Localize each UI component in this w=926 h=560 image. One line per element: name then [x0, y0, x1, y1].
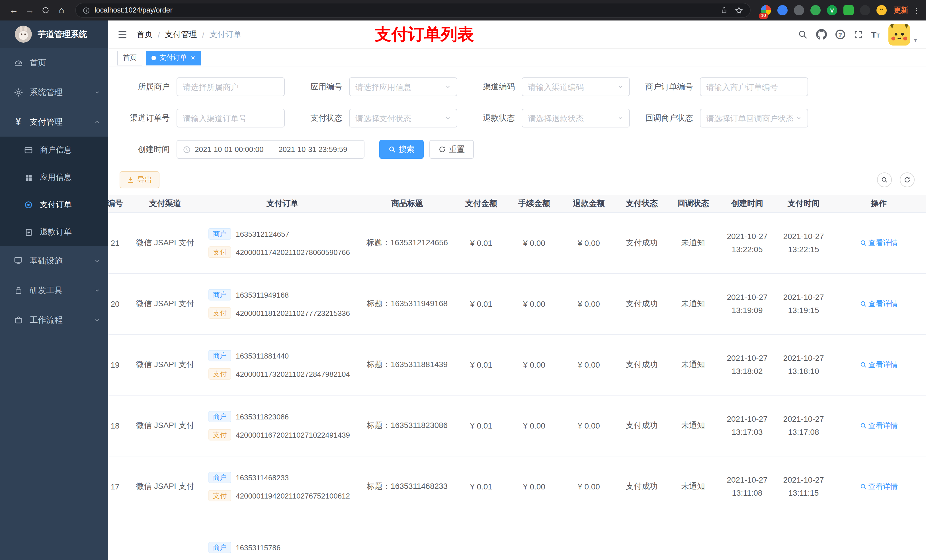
cell-notify-status: 未通知: [667, 238, 719, 248]
date-start[interactable]: 2021-10-01 00:00:00: [195, 145, 263, 154]
sidebar-item-infrastructure[interactable]: 基础设施: [0, 246, 108, 275]
channel-code-input[interactable]: [528, 82, 615, 91]
cell-id: 20: [108, 299, 131, 308]
export-button[interactable]: 导出: [120, 171, 159, 189]
channel-code-select[interactable]: [522, 77, 630, 96]
view-detail-link[interactable]: 查看详情: [859, 360, 898, 370]
sidebar-item-merchant-info[interactable]: 商户信息: [0, 137, 108, 164]
refresh-button[interactable]: [900, 172, 915, 187]
merchant-order-no-field[interactable]: [700, 77, 808, 96]
browser-menu-icon[interactable]: ⋮: [913, 6, 920, 15]
browser-back-icon[interactable]: ←: [6, 2, 22, 18]
url-text[interactable]: localhost:1024/pay/order: [95, 6, 172, 14]
sidebar-item-pay-order[interactable]: 支付订单: [0, 191, 108, 219]
callback-status-select[interactable]: [700, 109, 808, 127]
cell-status: 支付成功: [616, 482, 667, 492]
cell-create-time: 2021-10-2713:22:05: [719, 230, 776, 256]
site-info-icon[interactable]: [83, 6, 90, 14]
bookmark-star-icon[interactable]: [735, 6, 743, 15]
browser-forward-icon[interactable]: →: [22, 2, 38, 18]
merchant-tag: 商户: [209, 542, 231, 553]
browser-update-button[interactable]: 更新 ⋮: [894, 5, 920, 15]
cell-pay-time: 2021-10-2713:18:10: [776, 352, 831, 378]
table-row: 21 微信 JSAPI 支付 商户1635312124657 支付4200001…: [108, 213, 926, 274]
sidebar-item-label: 退款订单: [40, 227, 72, 237]
help-icon[interactable]: ?: [835, 30, 845, 39]
pay-tag: 支付: [209, 429, 231, 441]
cell-fee: ¥ 0.00: [507, 482, 561, 491]
cell-channel: 微信 JSAPI 支付: [131, 482, 199, 492]
chevron-down-icon: [94, 317, 100, 323]
sidebar-logo[interactable]: 芋道管理系统: [0, 21, 108, 48]
font-size-icon[interactable]: TT: [871, 30, 880, 39]
refund-status-input[interactable]: [528, 113, 615, 123]
sidebar-item-system[interactable]: 系统管理: [0, 77, 108, 107]
search-button[interactable]: 搜索: [379, 140, 424, 159]
close-icon[interactable]: ×: [191, 54, 195, 62]
sidebar-item-label: 应用信息: [40, 172, 72, 183]
browser-home-icon[interactable]: ⌂: [53, 2, 70, 18]
merchant-input[interactable]: [183, 82, 278, 91]
field-label: 渠道编码: [465, 82, 522, 92]
cell-create-time: 2021-10-2713:17:03: [719, 413, 776, 439]
extension-icon[interactable]: V: [827, 5, 837, 15]
extension-icon[interactable]: [794, 5, 804, 15]
extension-icon[interactable]: 10: [761, 5, 771, 15]
view-detail-link[interactable]: 查看详情: [859, 238, 898, 248]
breadcrumb-payment[interactable]: 支付管理: [165, 29, 197, 39]
browser-reload-icon[interactable]: [38, 2, 53, 18]
channel-order-no-input[interactable]: [183, 113, 278, 123]
chevron-down-icon[interactable]: ▾: [914, 37, 917, 43]
pay-status-select[interactable]: [349, 109, 457, 127]
sidebar-item-payment[interactable]: ¥ 支付管理: [0, 107, 108, 137]
cell-fee: ¥ 0.00: [507, 421, 561, 430]
view-detail-link[interactable]: 查看详情: [859, 482, 898, 492]
sidebar-item-dev-tools[interactable]: 研发工具: [0, 275, 108, 305]
extension-icon[interactable]: [843, 5, 854, 15]
share-icon[interactable]: [720, 6, 728, 14]
github-icon[interactable]: [816, 29, 827, 40]
tab-home[interactable]: 首页: [117, 50, 142, 65]
date-end[interactable]: 2021-10-31 23:59:59: [278, 145, 347, 154]
search-icon[interactable]: [797, 30, 807, 39]
toggle-search-button[interactable]: [877, 172, 892, 187]
tab-pay-order[interactable]: 支付订单 ×: [146, 50, 201, 65]
sidebar-item-refund-order[interactable]: 退款订单: [0, 219, 108, 246]
extension-icon[interactable]: [876, 5, 887, 15]
merchant-order-no-input[interactable]: [706, 82, 802, 91]
cell-amount: ¥ 0.01: [455, 238, 507, 248]
card-icon: [23, 146, 34, 155]
app-id-input[interactable]: [356, 82, 442, 91]
sidebar-item-workflow[interactable]: 工作流程: [0, 305, 108, 335]
table-row: 20 微信 JSAPI 支付 商户1635311949168 支付4200001…: [108, 274, 926, 335]
pay-status-input[interactable]: [356, 113, 442, 123]
sidebar-item-label: 研发工具: [30, 285, 63, 296]
cell-pay-order: 商户16353115786: [199, 542, 359, 553]
hamburger-icon[interactable]: [117, 29, 127, 39]
app-id-select[interactable]: [349, 77, 457, 96]
extension-icon[interactable]: [810, 5, 821, 15]
merchant-select[interactable]: [177, 77, 285, 96]
reset-button[interactable]: 重置: [430, 140, 474, 159]
tags-view: 首页 支付订单 ×: [108, 49, 926, 67]
refund-status-select[interactable]: [522, 109, 630, 127]
create-time-range-picker[interactable]: 2021-10-01 00:00:00 - 2021-10-31 23:59:5…: [177, 140, 365, 159]
avatar[interactable]: [888, 24, 910, 45]
view-detail-link[interactable]: 查看详情: [859, 421, 898, 431]
address-bar[interactable]: localhost:1024/pay/order: [75, 3, 750, 18]
cell-id: 17: [108, 482, 131, 491]
callback-status-input[interactable]: [706, 113, 793, 123]
cell-fee: ¥ 0.00: [507, 360, 561, 369]
extension-icon[interactable]: [860, 5, 870, 15]
channel-order-no-field[interactable]: [177, 109, 285, 127]
sidebar-item-label: 商户信息: [40, 145, 72, 155]
cell-id: 18: [108, 421, 131, 430]
breadcrumb-home[interactable]: 首页: [137, 29, 153, 39]
extension-icon[interactable]: [777, 5, 788, 15]
fullscreen-icon[interactable]: [853, 30, 862, 39]
sidebar-item-app-info[interactable]: 应用信息: [0, 164, 108, 191]
view-detail-link[interactable]: 查看详情: [859, 299, 898, 309]
cell-pay-time: 2021-10-2713:19:15: [776, 291, 831, 317]
sidebar-item-label: 基础设施: [30, 255, 63, 266]
sidebar-item-home[interactable]: 首页: [0, 48, 108, 77]
